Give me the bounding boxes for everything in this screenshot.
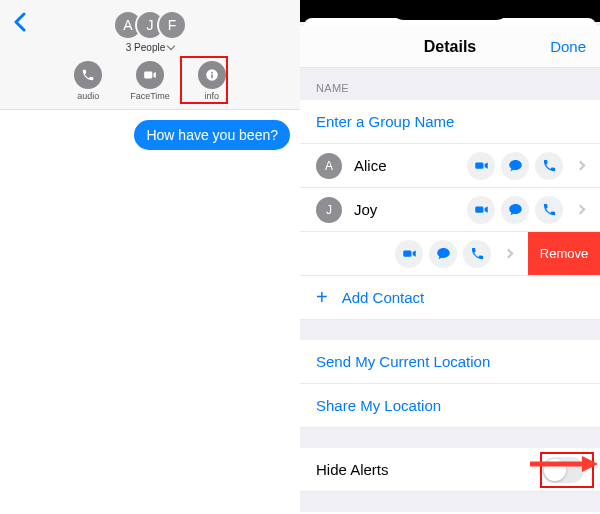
avatar: F [157,10,187,40]
avatar: A [316,153,342,179]
chevron-right-icon [504,249,514,259]
message-row: How have you been? [0,110,300,150]
phone-icon [542,158,557,173]
video-icon [143,68,157,82]
section-gap [300,320,600,340]
call-button[interactable] [535,196,563,224]
done-button[interactable]: Done [550,38,586,55]
message-button[interactable] [429,240,457,268]
back-button[interactable] [12,12,26,32]
messages-conversation-pane: A J F 3 People audio FaceTime info How h… [0,0,300,514]
video-icon [402,246,417,261]
facetime-button[interactable] [467,152,495,180]
info-button[interactable]: info [198,61,226,101]
group-avatar-stack[interactable]: A J F [0,10,300,40]
svg-point-1 [211,72,213,74]
sent-message-bubble[interactable]: How have you been? [134,120,290,150]
facetime-button[interactable] [395,240,423,268]
remove-button[interactable]: Remove [528,232,600,275]
video-icon [474,202,489,217]
member-name: ye [300,245,395,262]
message-button[interactable] [501,152,529,180]
phone-icon [470,246,485,261]
avatar: J [316,197,342,223]
call-button[interactable] [463,240,491,268]
call-button[interactable] [535,152,563,180]
video-icon [474,158,489,173]
chat-icon [436,246,451,261]
hide-alerts-label: Hide Alerts [316,461,389,478]
plus-icon: + [316,286,328,309]
facetime-button[interactable]: FaceTime [130,61,170,101]
chat-icon [508,202,523,217]
details-title: Details [424,38,476,56]
facetime-button[interactable] [467,196,495,224]
add-contact-button[interactable]: + Add Contact [300,276,600,320]
svg-rect-2 [211,74,213,78]
audio-button[interactable]: audio [74,61,102,101]
member-row-swiped[interactable]: ye Remove [300,232,528,276]
phone-icon [81,68,95,82]
info-icon [205,68,219,82]
hide-alerts-toggle[interactable] [542,457,584,483]
member-row[interactable]: A Alice [300,144,600,188]
member-name: Joy [354,201,467,218]
section-gap [300,492,600,512]
phone-icon [542,202,557,217]
conversation-header: A J F 3 People audio FaceTime info [0,0,300,110]
chat-icon [508,158,523,173]
chevron-right-icon [576,205,586,215]
group-subtitle[interactable]: 3 People [0,42,300,53]
details-header: Details Done [300,26,600,68]
send-location-button[interactable]: Send My Current Location [300,340,600,384]
share-location-button[interactable]: Share My Location [300,384,600,428]
hide-alerts-row: Hide Alerts [300,448,600,492]
name-section-label: NAME [300,68,600,100]
member-row[interactable]: J Joy [300,188,600,232]
group-name-field[interactable]: Enter a Group Name [300,100,600,144]
section-gap [300,428,600,448]
details-pane: Details Done NAME Enter a Group Name A A… [300,0,600,514]
chevron-right-icon [576,161,586,171]
header-actions: audio FaceTime info [0,61,300,101]
member-name: Alice [354,157,467,174]
message-button[interactable] [501,196,529,224]
chevron-down-icon [167,42,175,50]
